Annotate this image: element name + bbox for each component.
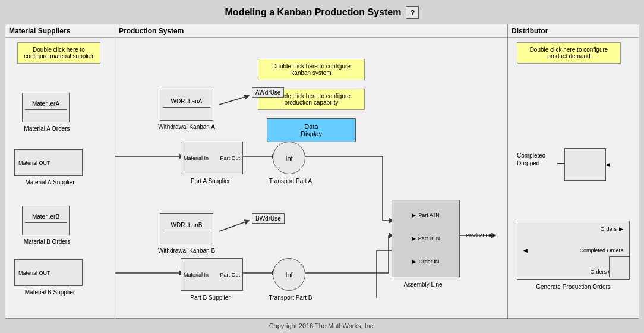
mat-out-b-label: Material OUT: [18, 270, 50, 276]
transport-a-block[interactable]: Inf: [273, 142, 305, 174]
footer: Copyright 2016 The MathWorks, Inc.: [0, 319, 644, 333]
completed-orders-label: Completed Orders: [579, 247, 623, 253]
production-label: Production System: [115, 24, 507, 38]
part-a-in-label: ▶Part A IN: [412, 212, 440, 218]
material-a-orders-block[interactable]: Mater..erA: [22, 93, 70, 122]
arrow-to-completed: [557, 163, 564, 164]
part-a-supplier-sublabel: Part A Supplier: [178, 178, 243, 184]
help-button[interactable]: ?: [406, 6, 419, 19]
assembly-sublabel: Assembly Line: [387, 281, 459, 288]
product-out-label: Product OUT: [466, 233, 497, 238]
bwdr-use-block[interactable]: BWdrUse: [252, 213, 285, 224]
order-in-label: ▶Order IN: [412, 259, 440, 265]
transport-a-sublabel: Transport Part A: [267, 178, 314, 184]
material-a-orders-label: Mater..erA: [32, 100, 59, 107]
arrow-right-completed: ◄: [604, 161, 611, 169]
section-material-suppliers: Material Suppliers Double click here to …: [5, 24, 115, 318]
material-b-supplier-sublabel: Material B Supplier: [17, 289, 83, 296]
configure-kanban-btn[interactable]: Double click here to configure kanban sy…: [258, 59, 365, 80]
configure-demand-btn[interactable]: Double click here to configure product d…: [517, 42, 621, 64]
material-a-supplier-block[interactable]: Material OUT: [14, 149, 83, 176]
material-a-supplier-sublabel: Material A Supplier: [17, 179, 83, 186]
generate-orders-sublabel: Generate Production Orders: [517, 284, 630, 290]
part-b-supplier-block[interactable]: Material In Part Out: [181, 258, 243, 291]
awdr-use-block[interactable]: AWdrUse: [252, 87, 284, 98]
data-display-btn[interactable]: Data Display: [267, 118, 356, 142]
completed-orders-out-label: ◀: [523, 247, 528, 253]
wdr-ban-a-label: WDR..banA: [171, 98, 203, 105]
orders-label: Orders: [600, 226, 617, 232]
title-bar: Modeling a Kanban Production System ?: [0, 0, 644, 24]
main-area: Material Suppliers Double click here to …: [5, 24, 639, 319]
distributor-label: Distributor: [508, 24, 639, 38]
part-b-part-out: Part Out: [220, 272, 240, 278]
dropped-label: Dropped: [517, 160, 545, 166]
material-b-orders-sublabel: Material B Orders: [17, 238, 77, 245]
transport-b-sublabel: Transport Part B: [267, 294, 314, 301]
part-a-part-out: Part Out: [220, 155, 240, 161]
wdr-ban-a-sublabel: Withdrawal Kanban A: [157, 124, 216, 130]
wdr-ban-b-sublabel: Withdrawal Kanban B: [157, 247, 216, 254]
material-b-supplier-block[interactable]: Material OUT: [14, 259, 83, 286]
svg-line-3: [219, 96, 249, 105]
svg-line-11: [219, 221, 249, 231]
transport-b-block[interactable]: Inf: [273, 258, 305, 291]
completed-dropped-area: Completed Dropped: [517, 152, 545, 166]
page-title: Modeling a Kanban Production System: [225, 7, 402, 18]
completed-orders-row: ◀ Completed Orders: [523, 247, 623, 253]
page: Modeling a Kanban Production System ? Ma…: [0, 0, 644, 333]
completed-dropped-box[interactable]: [564, 148, 606, 181]
part-a-mat-in: Material In: [184, 155, 209, 161]
wdr-ban-b-label: WDR..banB: [171, 222, 203, 228]
orders-out-box[interactable]: [609, 256, 630, 277]
material-suppliers-label: Material Suppliers: [5, 24, 115, 38]
part-b-in-label: ▶Part B IN: [412, 235, 440, 241]
transport-a-label: Inf: [285, 155, 292, 162]
material-b-orders-label: Mater..erB: [32, 213, 59, 220]
material-b-orders-block[interactable]: Mater..erB: [22, 206, 70, 235]
transport-b-label: Inf: [285, 271, 292, 278]
orders-out-row: Orders Out ▶: [523, 269, 623, 275]
part-a-supplier-block[interactable]: Material In Part Out: [181, 142, 243, 174]
section-production: Production System: [115, 24, 508, 318]
mat-out-a-label: Material OUT: [18, 160, 50, 166]
assembly-block[interactable]: ▶Part A IN ▶Part B IN ▶Order IN: [392, 200, 460, 277]
completed-label: Completed: [517, 152, 545, 159]
configure-material-btn[interactable]: Double click here to configure material …: [17, 42, 100, 64]
section-distributor: Distributor Double click here to configu…: [508, 24, 639, 318]
orders-in-row: Orders ▶: [523, 226, 623, 232]
part-b-supplier-sublabel: Part B Supplier: [178, 294, 243, 301]
wdr-ban-a-block[interactable]: WDR..banA: [160, 90, 213, 121]
material-a-orders-sublabel: Material A Orders: [17, 125, 77, 132]
wdr-ban-b-block[interactable]: WDR..banB: [160, 213, 213, 244]
part-b-mat-in: Material In: [184, 272, 209, 278]
